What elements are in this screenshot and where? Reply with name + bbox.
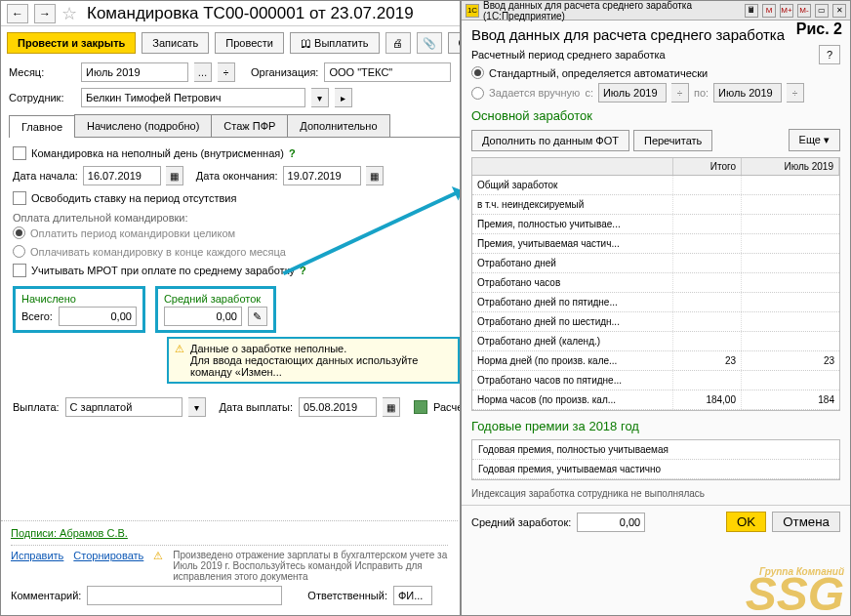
date-start-calendar-icon[interactable]: ▦ [166,166,183,185]
col-total: Итого [673,158,742,175]
payment-field[interactable] [65,397,182,417]
employee-label: Сотрудник: [9,92,75,103]
mrot-checkbox[interactable] [13,264,26,277]
avg-field[interactable] [164,307,242,326]
from-field[interactable] [598,83,667,103]
period-label: Расчетный период среднего заработка [471,49,819,61]
avg-label: Средний заработок [164,293,267,305]
dialog-header: Ввод данных для расчета среднего заработ… [462,21,850,45]
table-row[interactable]: Премия, учитываемая частич... [472,234,839,254]
bonus-row[interactable]: Годовая премия, полностью учитываемая [472,440,839,460]
earnings-table: Итого Июль 2019 Общий заработокв т.ч. не… [471,157,840,411]
help-icon[interactable]: ? [289,147,296,159]
mem-minus-icon[interactable]: M- [797,4,811,18]
approved-checkbox[interactable] [414,400,427,414]
warn-line2: Для ввода недостающих данных используйте… [190,354,452,378]
free-rate-label: Освободить ставку на период отсутствия [31,192,236,204]
document-title: Командировка TC00-000001 от 23.07.2019 [87,4,414,23]
pay-date-calendar-icon[interactable]: ▦ [383,397,400,417]
fix-link[interactable]: Исправить [11,550,63,561]
table-row[interactable]: Премия, полностью учитывае... [472,215,839,234]
nav-back[interactable]: ← [7,4,28,23]
period-manual-radio[interactable] [471,87,484,100]
month-field[interactable] [81,62,188,82]
tab-accrued[interactable]: Начислено (подробно) [74,114,212,137]
bonus-row[interactable]: Годовая премия, учитываемая частично [472,460,839,479]
close-icon[interactable]: ✕ [832,4,846,18]
fill-fot-button[interactable]: Дополнить по данным ФОТ [471,130,629,151]
date-end-label: Дата окончания: [196,170,278,182]
resp-field[interactable] [393,586,432,605]
dlg-avg-field[interactable] [577,513,645,532]
partial-day-checkbox[interactable] [13,146,26,160]
minimize-icon[interactable]: ▭ [815,4,829,18]
to-stepper-icon[interactable]: ÷ [787,83,804,103]
table-row[interactable]: Отработано дней [472,254,839,273]
table-row[interactable]: Отработано дней (календ.) [472,332,839,351]
from-label: с: [585,87,593,99]
pay-monthly-radio[interactable] [13,245,25,258]
post-button[interactable]: Провести [215,32,284,54]
save-button[interactable]: Записать [142,32,209,54]
employee-dropdown-icon[interactable]: ▾ [311,88,329,107]
from-stepper-icon[interactable]: ÷ [671,83,689,103]
print-icon[interactable]: 🖨 [385,32,411,54]
comment-label: Комментарий: [11,590,81,601]
col-month: Июль 2019 [742,158,839,175]
table-row[interactable]: Отработано дней по шестидн... [472,312,839,332]
date-end-calendar-icon[interactable]: ▦ [366,166,384,185]
tab-pfr[interactable]: Стаж ПФР [211,114,288,137]
pay-button[interactable]: 🕮 Выплатить [290,32,380,54]
accrued-group: Начислено Всего: [13,286,145,333]
table-row[interactable]: Отработано часов [472,273,839,293]
warning-icon: ⚠ [175,343,184,355]
table-row[interactable]: в т.ч. неиндексируемый [472,195,839,215]
to-field[interactable] [713,83,782,103]
pay-whole-label: Оплатить период командировки целиком [30,227,235,239]
to-label: по: [694,87,709,99]
tab-main[interactable]: Главное [9,115,75,138]
org-field[interactable] [324,62,451,82]
payment-label: Выплата: [13,401,60,413]
comment-field[interactable] [87,586,282,605]
edit-avg-icon[interactable]: ✎ [248,307,267,326]
period-auto-radio[interactable] [471,66,484,79]
pay-whole-radio[interactable] [13,226,25,239]
attach-icon[interactable]: 📎 [417,32,442,54]
storno-link[interactable]: Сторнировать [73,550,143,561]
reread-button[interactable]: Перечитать [633,130,712,151]
month-stepper-icon[interactable]: ÷ [218,62,235,82]
table-row[interactable]: Отработано дней по пятидне... [472,293,839,312]
signatures-link[interactable]: Подписи: Абрамов С.В. [11,527,128,539]
table-row[interactable]: Норма дней (по произв. кале...2323 [472,351,839,371]
period-manual-label: Задается вручную [489,87,580,99]
table-row[interactable]: Отработано часов по пятидне... [472,371,839,390]
more-button[interactable]: Еще ▾ [789,129,840,151]
mem-icon[interactable]: M [762,4,776,18]
payment-dropdown-icon[interactable]: ▾ [188,397,206,417]
free-rate-checkbox[interactable] [13,191,26,205]
app-logo-icon: 1C [466,4,479,18]
employee-field[interactable] [81,88,305,107]
period-auto-label: Стандартный, определяется автоматически [489,67,708,79]
cancel-button[interactable]: Отмена [772,512,840,532]
date-start-label: Дата начала: [13,170,78,182]
tab-extra[interactable]: Дополнительно [287,114,389,137]
ok-button[interactable]: OK [726,512,766,532]
warning-icon: ⚠ [153,550,163,562]
pay-date-field[interactable] [299,397,377,417]
mem-plus-icon[interactable]: M+ [780,4,793,18]
table-row[interactable]: Общий заработок [472,176,839,195]
dialog-help-icon[interactable]: ? [819,45,840,64]
nav-forward[interactable]: → [34,4,56,23]
total-field[interactable] [59,307,137,326]
month-picker-icon[interactable]: … [194,62,212,82]
warning-box: ⚠ Данные о заработке неполные. Для ввода… [167,337,460,384]
employee-open-icon[interactable]: ▸ [335,88,352,107]
post-and-close-button[interactable]: Провести и закрыть [7,32,136,54]
star-icon[interactable]: ☆ [61,3,77,24]
date-start-field[interactable] [83,166,161,185]
date-end-field[interactable] [283,166,361,185]
table-row[interactable]: Норма часов (по произв. кал...184,00184 [472,390,839,410]
calc-icon[interactable]: 🖩 [745,4,758,18]
